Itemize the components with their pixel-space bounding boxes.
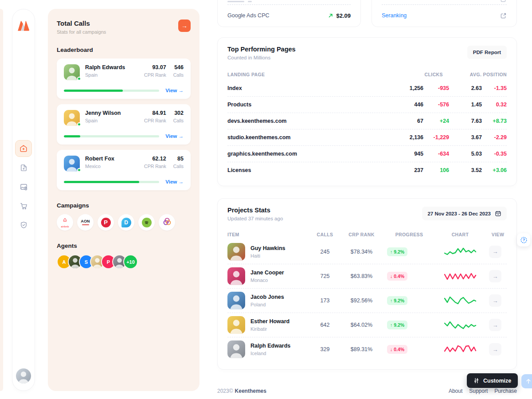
- project-member-country: Iceland: [250, 351, 290, 356]
- leaderboard-card: Robert Fox Mexico 62.12 CPR Rank 85 Call…: [57, 150, 191, 190]
- view-row-button[interactable]: →: [489, 294, 501, 307]
- table-row: Guy Hawkins Haiti 245 $78.34% ↑ 9.2% →: [227, 239, 507, 264]
- agents-more-badge[interactable]: +10: [123, 254, 138, 269]
- footer-link[interactable]: Purchase: [494, 388, 517, 394]
- agent-name: Jenny Wilson: [85, 110, 137, 116]
- panel-subtitle: Stats for all campaigns: [57, 29, 106, 35]
- calls-value: 642: [314, 322, 336, 328]
- avatar: [227, 267, 245, 285]
- shield-check-icon: [20, 221, 28, 229]
- airbnb-wordmark: airbnb: [61, 225, 69, 228]
- panel-title: Total Calls: [57, 20, 106, 27]
- view-link[interactable]: View →: [165, 88, 184, 93]
- agent-country: Spain: [85, 118, 137, 123]
- sidebar-item-cart[interactable]: [15, 197, 32, 214]
- avatar: [64, 64, 80, 80]
- position-value: 3.52: [454, 167, 482, 173]
- card-subtitle: Counted in Millions: [227, 55, 296, 60]
- table-row: Index 1,256 -935 2.63 -1.35: [227, 80, 507, 96]
- date-range-picker[interactable]: 27 Nov 2023 - 26 Dec 2023: [422, 207, 507, 220]
- leaderboard-card: Jenny Wilson Spain 84.91 CPR Rank 302 Ca…: [57, 104, 191, 145]
- position-value: 3.67: [454, 134, 482, 141]
- home-icon: [19, 144, 28, 153]
- copyright-year: 2023©: [217, 388, 233, 394]
- date-range-text: 27 Nov 2023 - 26 Dec 2023: [427, 211, 491, 216]
- sidebar-nav: [15, 140, 32, 233]
- view-row-button[interactable]: →: [489, 319, 501, 331]
- clipped-external-link-icon: [500, 0, 507, 4]
- view-row-button[interactable]: →: [489, 270, 501, 282]
- sliders-icon: [473, 378, 479, 383]
- sparkline-chart: [436, 319, 485, 331]
- calls-label: Calls: [173, 72, 184, 78]
- scroll-to-top-button[interactable]: [521, 374, 532, 388]
- table-row: Products 446 -576 1.45 0.32: [227, 96, 507, 113]
- view-link[interactable]: View →: [165, 179, 184, 184]
- sidebar-item-gallery-settings[interactable]: [15, 178, 32, 195]
- spotify-campaign[interactable]: [138, 214, 155, 231]
- table-row: Jacob Jones Poland 173 $92.56% ↑ 9.2% →: [227, 288, 507, 313]
- customize-button[interactable]: Customize: [467, 373, 518, 388]
- clicks-value: 1,256: [399, 85, 423, 91]
- seranking-link[interactable]: Seranking: [382, 12, 407, 19]
- calls-value: 302: [173, 110, 184, 116]
- gallery-settings-icon: [20, 183, 28, 191]
- view-link[interactable]: View →: [165, 133, 184, 139]
- panel-arrow-button[interactable]: →: [178, 20, 191, 32]
- clicks-delta: +24: [428, 118, 449, 124]
- view-row-button[interactable]: →: [489, 246, 501, 258]
- footer-link[interactable]: Support: [469, 388, 488, 394]
- help-button[interactable]: ?: [517, 233, 530, 246]
- campaigns-heading: Campaigns: [57, 202, 191, 209]
- cpr-rank-label: CPR Rank: [144, 118, 166, 123]
- trend-up-icon: [328, 13, 333, 18]
- metric-label: Google Ads CPC: [227, 12, 270, 19]
- project-member-country: Poland: [250, 302, 284, 307]
- col-landing-page: LANDING PAGE: [227, 72, 394, 77]
- col-calls: CALLS: [314, 232, 336, 237]
- sparkline-chart: [436, 295, 485, 306]
- cart-icon: [20, 202, 28, 210]
- sidebar-item-add-file[interactable]: [15, 159, 32, 176]
- background-strip: [0, 9, 3, 391]
- dialer-campaign[interactable]: D: [118, 214, 134, 231]
- sparkline-chart: [436, 344, 485, 355]
- agents-row: ASP+10: [57, 254, 191, 269]
- pages-table: Index 1,256 -935 2.63 -1.35 Products 446…: [227, 80, 507, 178]
- pdf-report-button[interactable]: PDF Report: [467, 46, 507, 59]
- metric-card-seranking: Seranking: [372, 0, 517, 27]
- aon-campaign[interactable]: AON: [77, 214, 94, 231]
- sidebar-item-home[interactable]: [15, 140, 32, 157]
- avatar: [64, 110, 80, 126]
- brand-link[interactable]: Keenthemes: [235, 388, 266, 394]
- project-member-name: Jacob Jones: [250, 294, 284, 300]
- calls-value: 725: [314, 273, 336, 279]
- user-avatar[interactable]: [16, 368, 31, 383]
- metronic-logo-icon[interactable]: [17, 20, 30, 33]
- view-row-button[interactable]: →: [489, 343, 501, 356]
- metric-value: $2.09: [336, 12, 351, 19]
- clicks-delta: 106: [428, 167, 449, 173]
- project-member-country: Monaco: [250, 278, 284, 283]
- project-member-country: Kiribatir: [250, 326, 289, 332]
- table-header: LANDING PAGE CLICKS AVG. POSITION: [227, 72, 507, 77]
- landing-page-name: studio.keenthemes.com: [227, 134, 394, 141]
- airbnb-campaign[interactable]: airbnb: [57, 214, 73, 231]
- table-row: Esther Howard Kiribatir 642 $64.02% ↑ 9.…: [227, 313, 507, 337]
- aon-tagline: [82, 224, 89, 225]
- card-title: Top Performing Pages: [227, 46, 296, 53]
- table-row: Licenses 237 106 3.52 +3.06: [227, 162, 507, 178]
- external-link-icon[interactable]: [500, 12, 507, 19]
- calls-value: 329: [314, 346, 336, 352]
- sparkline-chart: [436, 246, 485, 258]
- picsart-campaign[interactable]: P: [98, 214, 114, 231]
- arrow-up-icon: [525, 378, 532, 384]
- position-value: 2.63: [454, 85, 482, 91]
- knot-campaign[interactable]: [159, 214, 175, 231]
- sidebar-item-shield-check[interactable]: [15, 216, 32, 233]
- footer-link[interactable]: About: [449, 388, 462, 394]
- top-performing-pages-card: Top Performing Pages Counted in Millions…: [217, 37, 517, 186]
- col-clicks: CLICKS: [399, 72, 449, 77]
- sparkline-chart: [436, 270, 485, 282]
- project-member-name: Ralph Edwards: [250, 343, 290, 349]
